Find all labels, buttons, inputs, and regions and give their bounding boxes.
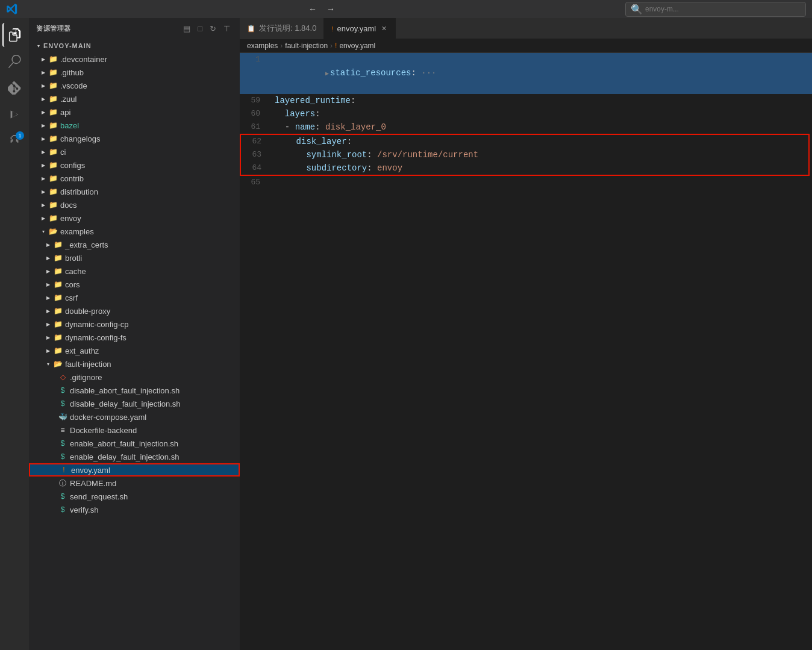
folder-icon: 📁 (48, 160, 58, 170)
sidebar-item-devcontainer[interactable]: ▶ 📁 .devcontainer (29, 52, 240, 66)
tab-envoy-yaml[interactable]: ! envoy.yaml ✕ (324, 18, 396, 39)
collapse-button[interactable]: ⊤ (221, 23, 233, 34)
sidebar-item-verify[interactable]: $ verify.sh (29, 503, 240, 516)
activity-explorer-icon[interactable] (2, 23, 27, 47)
breadcrumb-sep-2: › (330, 42, 333, 50)
title-bar-search[interactable]: 🔍 (625, 2, 806, 17)
sidebar-item-fault-injection[interactable]: ▾ 📂 fault-injection (29, 357, 240, 370)
sidebar-item-ci[interactable]: ▶ 📁 ci (29, 145, 240, 158)
breadcrumb-envoy-yaml[interactable]: envoy.yaml (339, 42, 375, 50)
sidebar-item-contrib[interactable]: ▶ 📁 contrib (29, 172, 240, 185)
root-label: ENVOY-MAIN (43, 42, 92, 49)
sidebar-item-cache[interactable]: ▶ 📁 cache (29, 264, 240, 278)
activity-search-icon[interactable] (2, 49, 27, 73)
sidebar-content[interactable]: ▾ ENVOY-MAIN ▶ 📁 .devcontainer ▶ 📁 .gith… (29, 39, 240, 650)
extensions-badge: 1 (16, 131, 24, 140)
folder-arrow-icon: ▶ (39, 110, 48, 115)
refresh-button[interactable]: ↻ (207, 23, 219, 34)
sidebar-item-brotli[interactable]: ▶ 📁 brotli (29, 251, 240, 264)
sidebar-item-double-proxy[interactable]: ▶ 📁 double-proxy (29, 304, 240, 317)
folder-arrow-icon: ▶ (39, 149, 48, 155)
breadcrumb-fault-injection[interactable]: fault-injection (285, 42, 328, 50)
code-line-62: 62 disk_layer: (241, 135, 808, 148)
sidebar-item-configs[interactable]: ▶ 📁 configs (29, 158, 240, 172)
sidebar-item-vscode[interactable]: ▶ 📁 .vscode (29, 79, 240, 92)
line-content-62: disk_layer: (271, 135, 808, 148)
activity-git-icon[interactable] (2, 76, 27, 100)
sidebar-item-enable-delay[interactable]: $ enable_delay_fault_injection.sh (29, 450, 240, 463)
folder-arrow-icon: ▶ (43, 348, 53, 354)
activity-run-icon[interactable] (2, 102, 27, 127)
sidebar-item-disable-delay[interactable]: $ disable_delay_fault_injection.sh (29, 397, 240, 410)
sidebar-item-send-request[interactable]: $ send_request.sh (29, 490, 240, 503)
editor-area: 📋 发行说明: 1.84.0 ! envoy.yaml ✕ examples ›… (240, 18, 812, 650)
sidebar-item-readme[interactable]: ⓘ README.md (29, 477, 240, 490)
release-notes-icon: 📋 (247, 25, 255, 33)
sidebar-item-dynamic-config-fs[interactable]: ▶ 📁 dynamic-config-fs (29, 331, 240, 344)
line-content-64: subdirectory: envoy (271, 161, 808, 175)
line-number-1: 1 (240, 53, 270, 66)
new-file-button[interactable]: ▤ (181, 23, 193, 34)
forward-button[interactable]: → (323, 3, 339, 15)
folder-icon: 📁 (53, 240, 63, 249)
sidebar-item-dynamic-config-cp[interactable]: ▶ 📁 dynamic-config-cp (29, 317, 240, 331)
folder-arrow-icon: ▶ (39, 96, 48, 102)
sidebar-item-csrf[interactable]: ▶ 📁 csrf (29, 291, 240, 304)
folder-icon: 📁 (48, 200, 58, 210)
sidebar-item-envoy-folder[interactable]: ▶ 📁 envoy (29, 211, 240, 225)
breadcrumb: examples › fault-injection › ! envoy.yam… (240, 39, 812, 53)
line-number-64: 64 (241, 161, 271, 175)
search-input[interactable] (645, 5, 801, 13)
sidebar-item-docs[interactable]: ▶ 📁 docs (29, 198, 240, 211)
sidebar-item-enable-abort[interactable]: $ enable_abort_fault_injection.sh (29, 437, 240, 450)
sidebar-item-disable-abort[interactable]: $ disable_abort_fault_injection.sh (29, 384, 240, 397)
sidebar-item-cors[interactable]: ▶ 📁 cors (29, 278, 240, 291)
sidebar-item-github[interactable]: ▶ 📁 .github (29, 66, 240, 79)
sidebar-item-distribution[interactable]: ▶ 📁 distribution (29, 185, 240, 198)
folder-icon: 📁 (48, 94, 58, 104)
folder-arrow-open-icon: ▾ (43, 361, 53, 367)
back-button[interactable]: ← (305, 3, 320, 15)
code-line-59: 59 layered_runtime: (240, 94, 812, 107)
editor-body[interactable]: 1 ▶static_resources: ··· 59 layered_runt… (240, 53, 812, 650)
sidebar-item-bazel[interactable]: ▶ 📁 bazel (29, 119, 240, 132)
yaml-tab-icon: ! (331, 25, 333, 33)
title-bar-nav[interactable]: ← → (305, 3, 339, 15)
sidebar-item-zuul[interactable]: ▶ 📁 .zuul (29, 92, 240, 105)
sidebar-item-ext-authz[interactable]: ▶ 📁 ext_authz (29, 344, 240, 357)
code-line-1: 1 ▶static_resources: ··· (240, 53, 812, 94)
fold-arrow-icon[interactable]: ▶ (325, 70, 329, 77)
sidebar: 资源管理器 ▤ □ ↻ ⊤ ▾ ENVOY-MAIN ▶ 📁 .devconta… (29, 18, 240, 650)
tab-close-button[interactable]: ✕ (379, 25, 388, 33)
docker-icon: 🐳 (58, 412, 67, 422)
sidebar-item-envoy-yaml[interactable]: ! envoy.yaml (29, 463, 240, 477)
sh-icon: $ (58, 452, 67, 461)
folder-arrow-icon: ▶ (43, 255, 53, 261)
folder-icon: 📁 (48, 173, 58, 183)
sidebar-header-actions[interactable]: ▤ □ ↻ ⊤ (181, 23, 233, 34)
sidebar-root[interactable]: ▾ ENVOY-MAIN (29, 39, 240, 52)
sidebar-item-examples[interactable]: ▾ 📂 examples (29, 225, 240, 238)
sidebar-item-changelogs[interactable]: ▶ 📁 changelogs (29, 132, 240, 145)
folder-icon: 📁 (48, 187, 58, 196)
folder-icon: 📁 (48, 213, 58, 223)
activity-extensions-icon[interactable]: 1 (2, 129, 27, 153)
tab-label-release-notes: 发行说明: 1.84.0 (259, 23, 316, 34)
dockerfile-icon: ≡ (58, 425, 67, 435)
root-arrow-icon: ▾ (34, 43, 43, 49)
sidebar-item-extra-certs[interactable]: ▶ 📁 _extra_certs (29, 238, 240, 251)
folder-icon: 📁 (53, 293, 63, 302)
sidebar-item-api[interactable]: ▶ 📁 api (29, 105, 240, 119)
breadcrumb-examples[interactable]: examples (247, 42, 278, 50)
new-folder-button[interactable]: □ (195, 23, 205, 34)
sidebar-item-gitignore[interactable]: ◇ .gitignore (29, 370, 240, 384)
readme-icon: ⓘ (58, 478, 67, 488)
sidebar-item-docker-compose[interactable]: 🐳 docker-compose.yaml (29, 410, 240, 423)
sidebar-item-dockerfile-backend[interactable]: ≡ Dockerfile-backend (29, 423, 240, 437)
folder-icon: 📁 (48, 81, 58, 90)
tab-release-notes[interactable]: 📋 发行说明: 1.84.0 (240, 18, 324, 39)
folder-arrow-icon: ▶ (43, 282, 53, 287)
line-number-63: 63 (241, 148, 271, 161)
gitignore-icon: ◇ (58, 372, 67, 382)
main-layout: 1 资源管理器 ▤ □ ↻ ⊤ ▾ ENVOY-MAIN ▶ 📁 .devcon (0, 18, 812, 650)
